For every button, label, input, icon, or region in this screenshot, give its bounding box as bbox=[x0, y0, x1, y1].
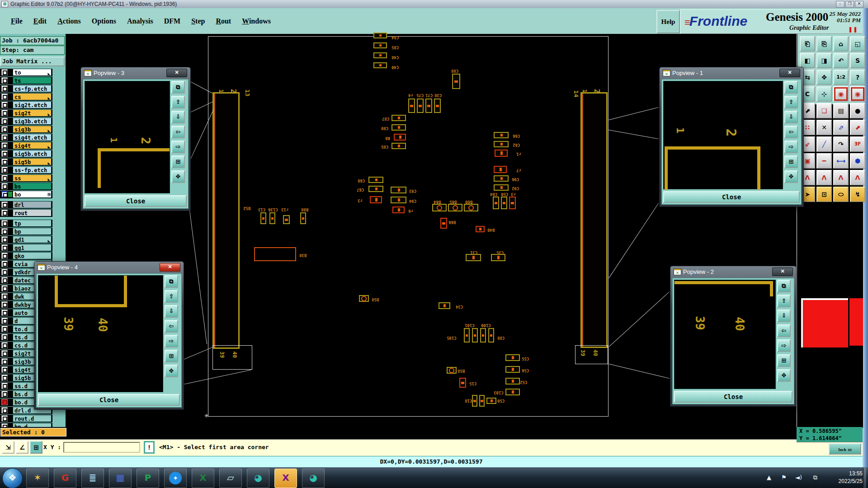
menu-rout[interactable]: Rout bbox=[216, 17, 231, 25]
pause-icon[interactable]: ❚❚ bbox=[848, 26, 858, 33]
popview-3-window[interactable]: ✕Popview - 3✕12⧉⇧⇩⇦⇨⊞✥Close bbox=[80, 67, 191, 211]
close-button[interactable]: ✕ bbox=[855, 1, 863, 8]
cursor-lasso-button[interactable]: ⬭ bbox=[833, 187, 849, 202]
start-button[interactable]: ❖ bbox=[2, 468, 23, 488]
popview-title-bar[interactable]: ✕Popview - 3✕ bbox=[81, 67, 190, 79]
popview-up-button[interactable]: ⇧ bbox=[777, 295, 791, 307]
excel-app-icon[interactable]: X bbox=[192, 469, 214, 488]
minimize-button[interactable]: – bbox=[836, 1, 844, 8]
popview-title-bar[interactable]: ✕Popview - 2✕ bbox=[670, 266, 796, 277]
layer-checkbox[interactable] bbox=[1, 85, 8, 92]
layer-checkbox[interactable] bbox=[1, 110, 8, 116]
layer-checkbox[interactable] bbox=[1, 150, 8, 157]
popview-close-button[interactable]: ✕ bbox=[166, 69, 187, 77]
tray-chevron-icon[interactable]: ▲ bbox=[767, 474, 771, 481]
layer-checkbox[interactable] bbox=[1, 407, 8, 413]
popview-canvas[interactable]: 3940 bbox=[674, 280, 776, 389]
menu-file[interactable]: File bbox=[11, 17, 23, 25]
layer-row-gko[interactable]: gko bbox=[0, 252, 52, 260]
popview-pan-button[interactable]: ✥ bbox=[777, 369, 791, 382]
tray-volume-icon[interactable]: ◄) bbox=[795, 474, 802, 481]
layer-checkbox[interactable] bbox=[1, 236, 8, 243]
popview-pan-button[interactable]: ✥ bbox=[784, 170, 798, 183]
layer-checkbox[interactable] bbox=[1, 358, 8, 365]
layer-row-bs[interactable]: bs bbox=[0, 183, 52, 190]
popview-close-bar-button[interactable]: Close bbox=[38, 394, 180, 406]
measure-ruler-button[interactable]: ▤ bbox=[833, 103, 849, 118]
popview-fit-button[interactable]: ⊞ bbox=[171, 155, 185, 168]
layer-row-tp[interactable]: tp bbox=[0, 220, 52, 227]
move-vertex-button[interactable]: ⬀ bbox=[833, 120, 849, 135]
popview-close-bar-button[interactable]: Close bbox=[663, 191, 800, 203]
layer-checkbox[interactable] bbox=[1, 277, 8, 283]
cam-viewer-app-icon[interactable]: ◕ bbox=[247, 469, 269, 488]
layer-checkbox[interactable] bbox=[1, 415, 8, 422]
layer-checkbox[interactable] bbox=[1, 102, 8, 108]
layer-checkbox[interactable] bbox=[1, 310, 8, 316]
layer-checkbox[interactable] bbox=[1, 253, 8, 259]
reshape-button[interactable]: ❏ bbox=[816, 103, 832, 118]
scale-1-2-button[interactable]: 1:2 bbox=[833, 70, 849, 85]
popview-close-button[interactable]: ✕ bbox=[772, 267, 793, 276]
resize-arrow-icon[interactable]: ⇲ bbox=[2, 441, 14, 454]
angle-4-button[interactable]: Λ bbox=[850, 170, 865, 185]
menu-dfm[interactable]: DFM bbox=[164, 17, 180, 25]
popview-pan-button[interactable]: ✥ bbox=[165, 365, 178, 377]
layer-checkbox[interactable] bbox=[1, 69, 8, 75]
draw-line-button[interactable]: ╱ bbox=[816, 136, 832, 152]
trace-button[interactable]: ━ bbox=[816, 153, 832, 169]
layer-row-sig4t[interactable]: sig4t◣ bbox=[0, 142, 52, 150]
layer-row-rout[interactable]: rout bbox=[0, 209, 52, 217]
xy-input[interactable] bbox=[63, 442, 140, 453]
layer-row-ss[interactable]: ss◣ bbox=[0, 174, 52, 182]
popview-right-button[interactable]: ⇨ bbox=[784, 141, 798, 153]
layer-checkbox[interactable] bbox=[1, 261, 8, 267]
layer-checkbox[interactable] bbox=[1, 366, 8, 373]
menu-edit[interactable]: Edit bbox=[33, 17, 47, 25]
layer-checkbox[interactable] bbox=[1, 375, 8, 381]
popview-left-button[interactable]: ⇦ bbox=[165, 320, 178, 333]
layer-checkbox[interactable] bbox=[1, 301, 8, 308]
netlist-a-button[interactable]: ◉ bbox=[833, 86, 849, 102]
layer-row-cs[interactable]: cs◣ bbox=[0, 93, 52, 101]
layer-row-gg1[interactable]: gg1 bbox=[0, 244, 52, 252]
help-query-button[interactable]: ? bbox=[850, 70, 865, 85]
layer-checkbox[interactable] bbox=[1, 244, 8, 251]
menu-step[interactable]: Step bbox=[191, 17, 205, 25]
notes-app-icon[interactable]: ≣ bbox=[81, 469, 104, 488]
layer-row-sig5b[interactable]: sig5b◣ bbox=[0, 158, 52, 166]
clock[interactable]: 13:552022/5/25 bbox=[839, 470, 863, 485]
layer-row-cs-fp.etch[interactable]: cs-fp.etch bbox=[0, 85, 52, 93]
pad-fill-button[interactable]: ● bbox=[850, 103, 865, 118]
grid-toggle-icon[interactable]: ⊞ bbox=[30, 441, 42, 454]
popview-close-bar-button[interactable]: Close bbox=[674, 391, 793, 403]
unit-selector[interactable]: Inch ▭ bbox=[829, 443, 861, 455]
popview-title-bar[interactable]: ✕Popview - 1✕ bbox=[660, 67, 803, 79]
layer-checkbox[interactable] bbox=[1, 318, 8, 324]
layer-checkbox[interactable] bbox=[1, 126, 8, 132]
popview-detach-button[interactable]: ⧉ bbox=[171, 81, 185, 94]
netlist-b-button[interactable]: ◉ bbox=[850, 86, 865, 102]
layer-checkbox[interactable] bbox=[1, 142, 8, 149]
popview-down-button[interactable]: ⇩ bbox=[165, 305, 178, 318]
layer-checkbox[interactable] bbox=[1, 118, 8, 124]
mirror-button[interactable]: ƎF bbox=[850, 136, 865, 152]
genesis-x-app-icon[interactable]: X bbox=[274, 469, 297, 488]
alert-button[interactable]: ! bbox=[144, 441, 155, 454]
layer-checkbox[interactable] bbox=[1, 183, 8, 189]
green-p-app-icon[interactable]: P bbox=[137, 469, 159, 488]
layer-row-to[interactable]: to◣ bbox=[0, 69, 52, 76]
layer-checkbox[interactable] bbox=[1, 220, 8, 226]
layer-row-sig5b.etch[interactable]: sig5b.etch bbox=[0, 150, 52, 158]
popview-fit-button[interactable]: ⊞ bbox=[777, 354, 791, 367]
rotate-button[interactable]: ↷ bbox=[833, 136, 849, 152]
popview-canvas[interactable]: 12 bbox=[663, 81, 783, 189]
layer-checkbox[interactable] bbox=[1, 399, 8, 405]
zoom-xy-button[interactable]: ◱ bbox=[850, 36, 865, 52]
dingtalk-app-icon[interactable]: ✦ bbox=[164, 469, 187, 488]
zoom-undo-button[interactable]: ↶ bbox=[833, 53, 849, 68]
tray-flag-icon[interactable]: ⚑ bbox=[781, 474, 787, 481]
popview-right-button[interactable]: ⇨ bbox=[165, 335, 178, 347]
zoom-window-button[interactable]: ⎘ bbox=[816, 36, 832, 52]
popview-left-button[interactable]: ⇦ bbox=[777, 324, 791, 337]
